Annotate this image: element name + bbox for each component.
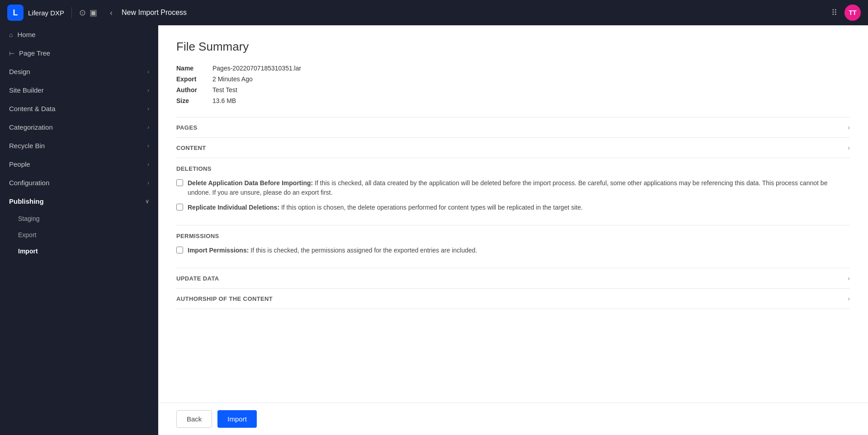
sidebar-publishing-label: Publishing xyxy=(9,197,44,205)
sidebar-item-home[interactable]: ⌂ Home xyxy=(0,25,158,44)
chevron-right-icon: › xyxy=(147,180,149,186)
chevron-right-icon: › xyxy=(147,161,149,168)
content-section[interactable]: CONTENT › xyxy=(176,137,850,158)
field-author-value: Test Test xyxy=(212,86,850,94)
main-layout: ⌂ Home ⊢ Page Tree Design › Site Builder… xyxy=(0,25,868,435)
chevron-right-icon: › xyxy=(147,69,149,75)
delete-app-data-checkbox[interactable] xyxy=(176,179,183,186)
chevron-right-icon: › xyxy=(147,124,149,131)
replicate-deletions-text: Replicate Individual Deletions: If this … xyxy=(188,203,583,212)
sidebar-item-page-tree[interactable]: ⊢ Page Tree xyxy=(0,44,158,62)
question-icon[interactable]: ⊙ xyxy=(79,8,86,18)
deletions-label: DELETIONS xyxy=(176,165,850,172)
sidebar: ⌂ Home ⊢ Page Tree Design › Site Builder… xyxy=(0,25,158,435)
deletions-section: DELETIONS Delete Application Data Before… xyxy=(176,158,850,225)
sidebar-item-configuration[interactable]: Configuration › xyxy=(0,173,158,192)
sidebar-item-recycle-bin-label: Recycle Bin xyxy=(9,142,45,150)
sidebar-import-label: Import xyxy=(18,248,38,255)
main-content: File Summary Name Pages-2022070718531035… xyxy=(158,25,868,435)
sidebar-item-export[interactable]: Export xyxy=(0,227,158,243)
chevron-right-icon: › xyxy=(147,106,149,112)
navbar: L Liferay DXP ⊙ ▣ ‹ New Import Process ⠿… xyxy=(0,0,868,25)
brand: L Liferay DXP xyxy=(7,5,64,21)
chevron-right-icon: › xyxy=(147,143,149,149)
sidebar-item-people[interactable]: People › xyxy=(0,155,158,173)
back-button[interactable]: Back xyxy=(176,410,212,428)
sidebar-toggle-button[interactable]: ▣ xyxy=(86,6,101,19)
page-tree-icon: ⊢ xyxy=(9,50,14,57)
navbar-divider xyxy=(71,7,72,18)
navbar-center: ▣ ‹ New Import Process xyxy=(86,6,831,19)
home-icon: ⌂ xyxy=(9,31,13,38)
brand-title: Liferay DXP xyxy=(28,9,64,17)
field-export-label: Export xyxy=(176,75,212,83)
content-area: File Summary Name Pages-2022070718531035… xyxy=(158,25,868,402)
sidebar-item-people-label: People xyxy=(9,160,30,168)
sidebar-item-site-builder[interactable]: Site Builder › xyxy=(0,81,158,99)
import-button[interactable]: Import xyxy=(217,410,257,428)
file-meta: Name Pages-20220707185310351.lar Export … xyxy=(176,65,850,104)
pages-chevron-icon: › xyxy=(848,124,850,131)
authorship-chevron-icon: › xyxy=(848,295,850,302)
sidebar-item-import[interactable]: Import xyxy=(0,243,158,259)
sidebar-item-content-data[interactable]: Content & Data › xyxy=(0,99,158,118)
update-data-chevron-icon: › xyxy=(848,275,850,282)
pages-section-label: PAGES xyxy=(176,124,198,131)
authorship-section[interactable]: AUTHORSHIP OF THE CONTENT › xyxy=(176,288,850,309)
pages-section[interactable]: PAGES › xyxy=(176,117,850,137)
permissions-section: PERMISSIONS Import Permissions: If this … xyxy=(176,225,850,268)
grid-icon[interactable]: ⠿ xyxy=(831,8,837,18)
sidebar-item-content-data-label: Content & Data xyxy=(9,105,56,112)
navbar-right: ⠿ TT xyxy=(831,5,861,21)
sidebar-item-page-tree-label: Page Tree xyxy=(19,49,50,57)
import-permissions-row: Import Permissions: If this is checked, … xyxy=(176,246,850,255)
replicate-deletions-row: Replicate Individual Deletions: If this … xyxy=(176,203,850,212)
page-title: New Import Process xyxy=(122,9,187,17)
import-permissions-text: Import Permissions: If this is checked, … xyxy=(188,246,477,255)
sidebar-item-site-builder-label: Site Builder xyxy=(9,86,44,94)
update-data-label: UPDATE DATA xyxy=(176,275,219,282)
field-author-label: Author xyxy=(176,86,212,94)
avatar[interactable]: TT xyxy=(844,5,861,21)
brand-logo: L xyxy=(7,5,24,21)
authorship-label: AUTHORSHIP OF THE CONTENT xyxy=(176,295,273,302)
replicate-deletions-checkbox[interactable] xyxy=(176,204,183,210)
update-data-section[interactable]: UPDATE DATA › xyxy=(176,268,850,288)
sidebar-item-configuration-label: Configuration xyxy=(9,179,49,187)
sidebar-item-design[interactable]: Design › xyxy=(0,62,158,81)
sidebar-item-publishing[interactable]: Publishing ∨ xyxy=(0,192,158,210)
sidebar-item-categorization[interactable]: Categorization › xyxy=(0,118,158,136)
chevron-right-icon: › xyxy=(147,87,149,94)
file-summary-title: File Summary xyxy=(176,40,850,54)
footer-bar: Back Import xyxy=(158,402,868,435)
sidebar-item-staging[interactable]: Staging xyxy=(0,210,158,227)
field-export-value: 2 Minutes Ago xyxy=(212,75,850,83)
sidebar-export-label: Export xyxy=(18,231,36,239)
sidebar-item-categorization-label: Categorization xyxy=(9,123,53,131)
back-nav-button[interactable]: ‹ xyxy=(106,6,116,19)
field-name-value: Pages-20220707185310351.lar xyxy=(212,65,850,72)
delete-app-data-text: Delete Application Data Before Importing… xyxy=(188,178,850,197)
field-size-value: 13.6 MB xyxy=(212,97,850,104)
sidebar-item-design-label: Design xyxy=(9,68,30,75)
permissions-label: PERMISSIONS xyxy=(176,233,850,239)
sidebar-item-recycle-bin[interactable]: Recycle Bin › xyxy=(0,136,158,155)
import-permissions-checkbox[interactable] xyxy=(176,247,183,253)
content-chevron-icon: › xyxy=(848,144,850,151)
content-section-label: CONTENT xyxy=(176,145,206,151)
delete-app-data-row: Delete Application Data Before Importing… xyxy=(176,178,850,197)
sidebar-item-home-label: Home xyxy=(17,31,35,38)
field-size-label: Size xyxy=(176,97,212,104)
sidebar-staging-label: Staging xyxy=(18,215,39,222)
chevron-down-icon: ∨ xyxy=(145,198,149,205)
field-name-label: Name xyxy=(176,65,212,72)
